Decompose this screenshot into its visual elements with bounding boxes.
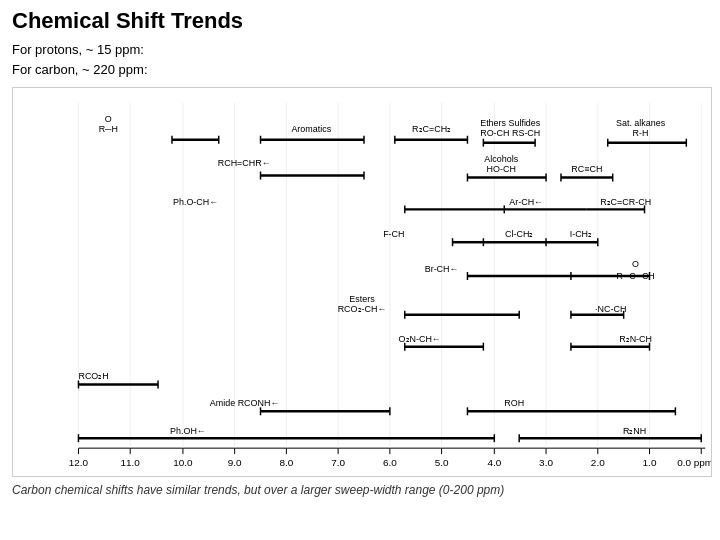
- svg-text:Alcohols: Alcohols: [484, 154, 518, 164]
- subtitle-line1: For protons, ~ 15 ppm:: [12, 42, 144, 57]
- svg-text:1.0: 1.0: [643, 457, 657, 468]
- svg-text:3.0: 3.0: [539, 457, 553, 468]
- svg-text:RCO₂-CH←: RCO₂-CH←: [338, 304, 387, 314]
- svg-text:Ar-CH←: Ar-CH←: [509, 197, 543, 207]
- svg-text:ROH: ROH: [504, 398, 524, 408]
- subtitle-line2: For carbon, ~ 220 ppm:: [12, 62, 148, 77]
- svg-text:RO-CH RS-CH: RO-CH RS-CH: [480, 128, 540, 138]
- chart-container: 12.0 11.0 10.0 9.0 8.0 7.0 6.0 5.0 4.0: [12, 87, 712, 477]
- svg-text:RC≡CH: RC≡CH: [571, 164, 602, 174]
- svg-text:Aromatics: Aromatics: [291, 124, 331, 134]
- svg-text:12.0: 12.0: [69, 457, 89, 468]
- svg-text:RCH=CHR←: RCH=CHR←: [218, 158, 271, 168]
- svg-text:7.0: 7.0: [331, 457, 345, 468]
- chart-svg: 12.0 11.0 10.0 9.0 8.0 7.0 6.0 5.0 4.0: [13, 88, 711, 476]
- svg-text:0.0 ppm(δ): 0.0 ppm(δ): [677, 457, 711, 468]
- svg-text:R-H: R-H: [633, 128, 649, 138]
- svg-text:10.0: 10.0: [173, 457, 193, 468]
- svg-text:Amide RCONH←: Amide RCONH←: [210, 398, 280, 408]
- caption: Carbon chemical shifts have similar tren…: [12, 483, 708, 497]
- svg-text:R₂N-CH: R₂N-CH: [619, 334, 652, 344]
- svg-text:R₂C=CH₂: R₂C=CH₂: [412, 124, 451, 134]
- svg-text:Ethers  Sulfides: Ethers Sulfides: [480, 118, 541, 128]
- svg-text:R₂C=CR-CH: R₂C=CR-CH: [600, 197, 651, 207]
- svg-text:R₂NH: R₂NH: [623, 426, 646, 436]
- svg-text:·NC-CH: ·NC-CH: [595, 304, 626, 314]
- svg-text:O: O: [105, 114, 112, 124]
- svg-text:9.0: 9.0: [228, 457, 242, 468]
- svg-text:8.0: 8.0: [279, 457, 293, 468]
- svg-text:Sat. alkanes: Sat. alkanes: [616, 118, 666, 128]
- svg-text:5.0: 5.0: [435, 457, 449, 468]
- svg-text:I-CH₂: I-CH₂: [570, 229, 592, 239]
- svg-text:2.0: 2.0: [591, 457, 605, 468]
- svg-text:R─H: R─H: [99, 124, 118, 134]
- svg-text:Br-CH←: Br-CH←: [425, 264, 459, 274]
- svg-text:RCO₂H: RCO₂H: [78, 371, 108, 381]
- svg-text:Ph.OH←: Ph.OH←: [170, 426, 206, 436]
- svg-text:O₂N-CH←: O₂N-CH←: [399, 334, 441, 344]
- subtitle: For protons, ~ 15 ppm: For carbon, ~ 220…: [12, 40, 708, 79]
- page: Chemical Shift Trends For protons, ~ 15 …: [0, 0, 720, 505]
- svg-text:Cl-CH₂: Cl-CH₂: [505, 229, 533, 239]
- svg-text:Ph.O-CH←: Ph.O-CH←: [173, 197, 218, 207]
- page-title: Chemical Shift Trends: [12, 8, 708, 34]
- svg-text:O: O: [632, 259, 639, 269]
- svg-text:HO-CH: HO-CH: [487, 164, 516, 174]
- svg-text:F-CH: F-CH: [383, 229, 404, 239]
- svg-text:6.0: 6.0: [383, 457, 397, 468]
- svg-text:Esters: Esters: [349, 294, 375, 304]
- svg-text:11.0: 11.0: [121, 457, 141, 468]
- svg-text:4.0: 4.0: [487, 457, 501, 468]
